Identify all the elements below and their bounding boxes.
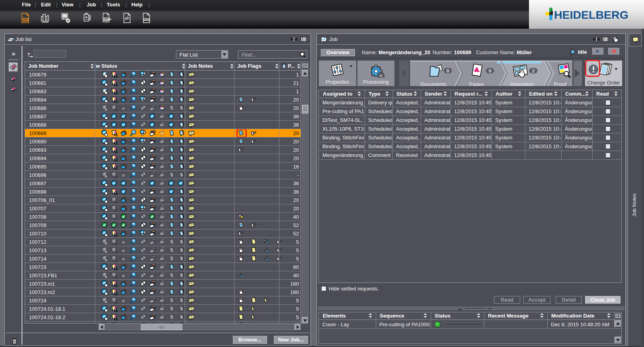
svg-text:ABC: ABC xyxy=(23,19,28,21)
svg-text:ABC: ABC xyxy=(104,18,109,21)
svg-text:HEIDELBERG: HEIDELBERG xyxy=(554,8,628,21)
